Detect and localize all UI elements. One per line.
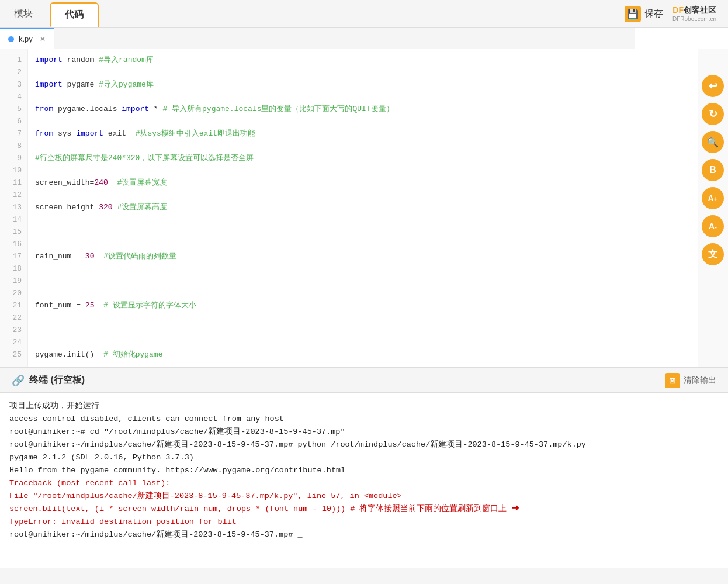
clear-output-button[interactable]: ⊠ 清除输出 [665, 373, 716, 388]
undo-button[interactable]: ↩ [702, 75, 724, 97]
terminal-line: Hello from the pygame community. https:/… [9, 464, 719, 477]
file-tab-name: k.py [19, 34, 33, 43]
logo-brand: DF创客社区 [672, 5, 716, 16]
terminal-header: 🔗 终端 (行空板) ⊠ 清除输出 [0, 367, 728, 393]
code-editor[interactable]: import random #导入random库 import pygame #… [28, 49, 698, 367]
terminal-error-text: screen.blit(text, (i * screen_width/rain… [9, 503, 507, 516]
save-icon: 💾 [625, 6, 641, 22]
file-dot [8, 36, 14, 42]
chain-icon: 🔗 [12, 374, 25, 387]
logo: DF创客社区 DFRobot.com.cn [672, 5, 716, 22]
search-button[interactable]: 🔍 [702, 131, 724, 153]
terminal-line: root@unihiker:~# cd "/root/mindplus/cach… [9, 426, 719, 438]
file-tab-kpy[interactable]: k.py ✕ [0, 28, 54, 49]
terminal-error-arrow-line: screen.blit(text, (i * screen_width/rain… [9, 503, 719, 516]
line-numbers: 12345 678910 1112131415 1617181920 21222… [0, 49, 28, 367]
clear-icon: ⊠ [665, 373, 680, 388]
increase-font-button[interactable]: A+ [702, 187, 724, 209]
decrease-font-button[interactable]: A- [702, 215, 724, 237]
terminal-line: root@unihiker:~/mindplus/cache/新建项目-2023… [9, 438, 719, 451]
error-arrow-icon: ➜ [512, 503, 519, 516]
clear-label: 清除输出 [684, 375, 716, 386]
editor-container: k.py ✕ 12345 678910 1112131415 161718192… [0, 28, 728, 367]
top-toolbar: 模块 代码 💾 保存 DF创客社区 DFRobot.com.cn [0, 0, 728, 28]
terminal-line: root@unihiker:~/mindplus/cache/新建项目-2023… [9, 528, 719, 541]
code-area: 12345 678910 1112131415 1617181920 21222… [0, 28, 728, 367]
close-tab-button[interactable]: ✕ [40, 35, 46, 43]
save-button[interactable]: 💾 保存 [625, 6, 663, 22]
terminal-error-line: Traceback (most recent call last): [9, 477, 719, 490]
redo-button[interactable]: ↻ [702, 103, 724, 125]
tab-code[interactable]: 代码 [50, 2, 99, 27]
toolbar-tabs: 模块 代码 [0, 0, 101, 27]
bold-button[interactable]: B [702, 159, 724, 181]
terminal-line: access control disabled, clients can con… [9, 413, 719, 426]
font-button[interactable]: 文 [702, 243, 724, 265]
terminal-output: 项目上传成功，开始运行 access control disabled, cli… [0, 393, 728, 568]
terminal-title-text: 终端 (行空板) [29, 374, 85, 386]
terminal-error-line: File "/root/mindplus/cache/新建项目-2023-8-1… [9, 490, 719, 503]
terminal-title: 🔗 终端 (行空板) [12, 374, 85, 387]
logo-url: DFRobot.com.cn [672, 16, 716, 22]
terminal-line: pygame 2.1.2 (SDL 2.0.16, Python 3.7.3) [9, 451, 719, 464]
terminal-line: 项目上传成功，开始运行 [9, 400, 719, 413]
save-label: 保存 [644, 8, 663, 20]
file-tab-bar: k.py ✕ [0, 28, 635, 49]
terminal-error-line: TypeError: invalid destination position … [9, 516, 719, 528]
right-tools: ↩ ↻ 🔍 B A+ A- 文 [698, 49, 728, 367]
tab-module[interactable]: 模块 [0, 0, 47, 27]
toolbar-right: 💾 保存 DF创客社区 DFRobot.com.cn [625, 5, 728, 22]
